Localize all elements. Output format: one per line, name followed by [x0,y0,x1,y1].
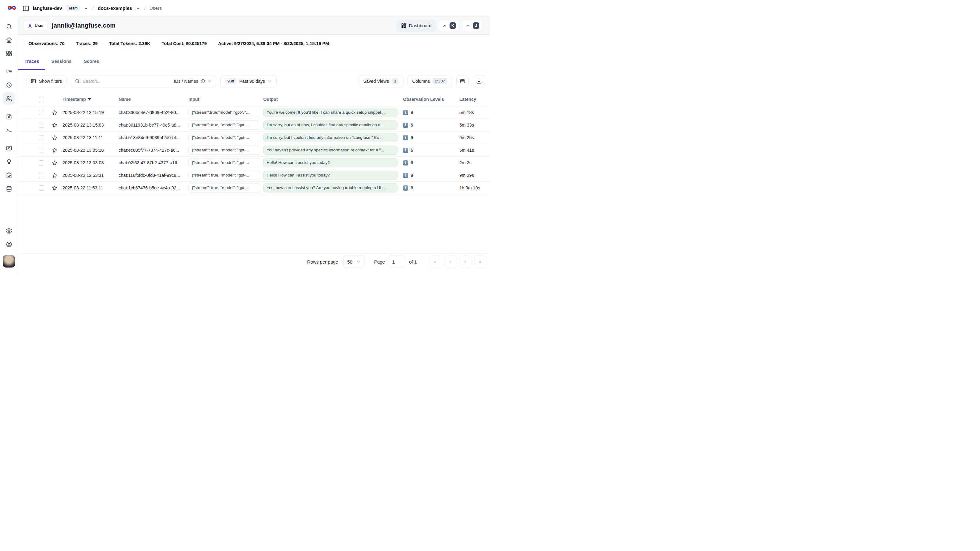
sidebar-item-sessions[interactable] [3,79,15,91]
sidebar-item-evaluation[interactable] [3,142,15,154]
sidebar-item-search[interactable] [3,20,15,32]
row-output-preview[interactable]: Hello! How can I assist you today? [263,158,398,167]
table-row[interactable]: 2025-08-22 13:15:03 chat:3611931b-bc77-4… [18,119,490,131]
select-all-checkbox[interactable] [39,97,44,102]
row-checkbox[interactable] [39,148,44,153]
sidebar-item-settings[interactable] [3,225,15,237]
sidebar-item-annotation[interactable] [3,169,15,182]
bookmark-star-icon[interactable] [52,172,57,178]
sidebar-toggle-button[interactable] [22,5,29,12]
row-name[interactable]: chat:513e84e9-9039-42d0-bf... [119,131,184,144]
bookmark-star-icon[interactable] [52,122,57,128]
export-button[interactable] [473,75,485,88]
row-output-preview[interactable]: Hello! How can I assist you today? [263,171,398,180]
row-output-preview[interactable]: I'm sorry, but as of now, I couldn't fin… [263,120,398,130]
column-header-latency[interactable]: Latency [459,92,476,106]
row-input-preview[interactable]: {"stream": true, "model": "gpt-... [188,120,260,130]
row-output-preview[interactable]: You're welcome! If you'd like, I can sha… [263,108,398,117]
row-timestamp[interactable]: 2025-08-22 13:15:03 [62,119,104,131]
project-switcher-button[interactable] [135,6,140,11]
row-input-preview[interactable]: {"stream": true, "model": "gpt-... [188,146,260,155]
column-header-output[interactable]: Output [263,92,398,106]
first-page-button[interactable]: « [429,256,441,268]
last-page-button[interactable]: » [474,256,486,268]
row-height-button[interactable] [456,75,469,88]
bookmark-star-icon[interactable] [52,160,57,166]
sidebar-item-users[interactable] [3,92,15,105]
search-scope-dropdown[interactable]: IDs / Names [174,79,212,84]
previous-page-button[interactable]: ‹ [444,256,456,268]
row-output-preview[interactable]: Yes, how can I assist you? Are you havin… [263,183,398,193]
sidebar-item-support[interactable] [3,238,15,250]
sidebar-item-llm-as-a-judge[interactable] [3,155,15,167]
user-avatar[interactable] [3,255,15,268]
table-row[interactable]: 2025-08-22 13:03:08 chat:02f63f47-87b2-4… [18,157,490,169]
dashboard-button[interactable]: Dashboard [396,20,436,32]
stat-active-range: Active: 9/27/2024, 6:38:34 PM - 8/22/202… [218,41,329,46]
column-header-input[interactable]: Input [188,92,260,106]
columns-button[interactable]: Columns 25/37 [407,75,452,88]
row-timestamp[interactable]: 2025-08-22 13:15:19 [62,106,104,119]
row-name[interactable]: chat:02f63f47-87b2-4377-a1ff... [119,157,184,169]
tab-scores[interactable]: Scores [78,53,105,70]
row-checkbox[interactable] [39,135,44,140]
row-output-preview[interactable]: You haven't provided any specific inform… [263,146,398,155]
tab-traces[interactable]: Traces [18,53,45,70]
breadcrumb-project[interactable]: docs-examples [98,5,132,11]
saved-views-button[interactable]: Saved Views 1 [358,75,403,88]
bookmark-star-icon[interactable] [52,185,57,191]
row-name[interactable]: chat:ec685f77-7374-427c-a6... [119,144,184,156]
filter-bar: Show filters IDs / Names 90d Past 90 day… [18,70,490,92]
sidebar-item-datasets[interactable] [3,183,15,195]
column-header-timestamp[interactable]: Timestamp [62,92,91,106]
row-checkbox[interactable] [39,160,44,166]
saved-views-count-badge: 1 [391,78,399,84]
show-filters-button[interactable]: Show filters [26,75,67,88]
row-timestamp[interactable]: 2025-08-22 13:05:18 [62,144,104,156]
row-name[interactable]: chat:1cb67476-b5ce-4c4a-92... [119,182,184,194]
breadcrumb-org[interactable]: langfuse-dev [33,5,62,11]
sidebar-item-tracing[interactable] [3,65,15,78]
row-timestamp[interactable]: 2025-08-22 12:53:31 [62,169,104,182]
row-checkbox[interactable] [39,123,44,128]
sidebar-item-dashboards[interactable] [3,47,15,59]
sidebar-item-playground[interactable] [3,124,15,136]
row-input-preview[interactable]: {"stream": true, "model": "gpt-... [188,171,260,180]
bookmark-star-icon[interactable] [52,135,57,141]
rows-per-page-select[interactable]: 50 [343,256,365,268]
row-name[interactable]: chat:330bd4e7-d869-4b2f-80... [119,106,184,119]
row-timestamp[interactable]: 2025-08-22 11:53:11 [62,182,103,194]
next-user-button[interactable]: J [462,20,483,32]
next-page-button[interactable]: › [459,256,471,268]
tab-sessions[interactable]: Sessions [45,53,78,70]
row-checkbox[interactable] [39,110,44,115]
previous-user-button[interactable]: K [439,20,459,32]
sidebar-item-prompts[interactable] [3,110,15,123]
row-timestamp[interactable]: 2025-08-22 13:11:11 [62,131,103,144]
bookmark-star-icon[interactable] [52,147,57,153]
row-input-preview[interactable]: {"stream": true, "model": "gpt-... [188,133,260,142]
row-checkbox[interactable] [39,185,44,191]
table-row[interactable]: 2025-08-22 12:53:31 chat:116fbfdc-0fd3-4… [18,169,490,182]
table-row[interactable]: 2025-08-22 13:15:19 chat:330bd4e7-d869-4… [18,106,490,119]
show-filters-label: Show filters [39,79,62,84]
row-checkbox[interactable] [39,173,44,178]
org-switcher-button[interactable] [84,6,88,11]
sidebar-item-home[interactable] [3,34,15,46]
table-row[interactable]: 2025-08-22 11:53:11 chat:1cb67476-b5ce-4… [18,182,490,194]
row-name[interactable]: chat:3611931b-bc77-49c5-a8... [119,119,184,131]
row-input-preview[interactable]: {"stream": true, "model": "gpt-... [188,158,260,167]
row-input-preview[interactable]: {"stream": true, "model": "gpt-... [188,183,260,193]
row-input-preview[interactable]: {"stream":true,"model":"gpt-5",... [188,108,260,117]
column-header-observation-levels[interactable]: Observation Levels [403,92,444,106]
row-timestamp[interactable]: 2025-08-22 13:03:08 [62,157,104,169]
row-name[interactable]: chat:116fbfdc-0fd3-41af-99c8... [119,169,184,182]
row-output-preview[interactable]: I'm sorry, but I couldn't find any infor… [263,133,398,142]
time-range-dropdown[interactable]: 90d Past 90 days [220,75,277,88]
table-row[interactable]: 2025-08-22 13:11:11 chat:513e84e9-9039-4… [18,131,490,144]
search-input[interactable] [83,79,171,84]
page-number-input[interactable] [388,256,405,268]
column-header-name[interactable]: Name [119,92,184,106]
table-row[interactable]: 2025-08-22 13:05:18 chat:ec685f77-7374-4… [18,144,490,157]
bookmark-star-icon[interactable] [52,110,57,116]
